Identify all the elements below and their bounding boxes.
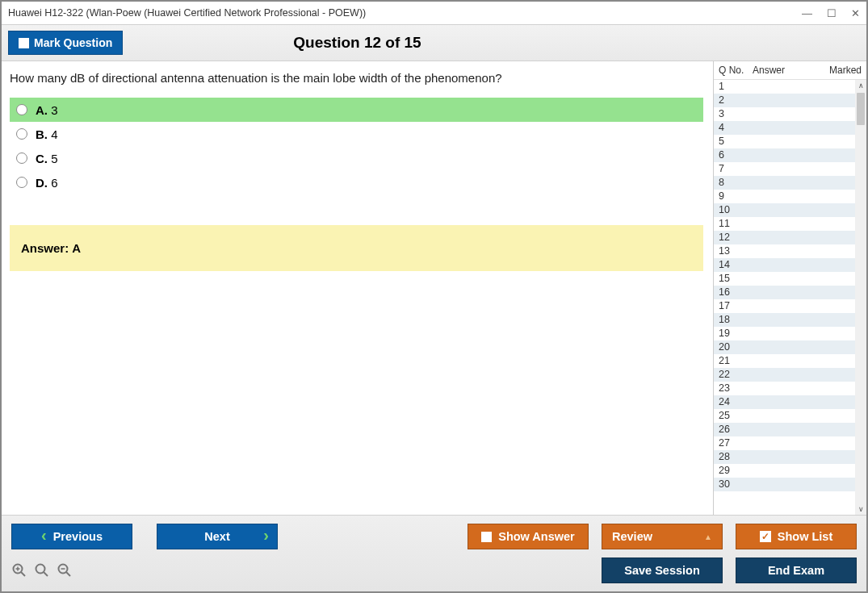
- list-item[interactable]: 1: [714, 80, 855, 94]
- chevron-right-icon: [263, 530, 269, 543]
- show-list-label: Show List: [778, 530, 832, 543]
- zoom-out-icon[interactable]: [57, 562, 73, 578]
- option-letter: A.: [36, 103, 48, 117]
- question-list-panel: Q No. Answer Marked 12345678910111213141…: [713, 61, 866, 515]
- list-item[interactable]: 4: [714, 121, 855, 135]
- list-item[interactable]: 15: [714, 272, 855, 286]
- save-session-button[interactable]: Save Session: [602, 558, 723, 583]
- scrollbar[interactable]: ∧ ∨: [855, 80, 866, 515]
- option-text: 4: [51, 127, 57, 141]
- list-item[interactable]: 2: [714, 94, 855, 107]
- list-item[interactable]: 28: [714, 450, 855, 464]
- option-text: 6: [51, 176, 57, 190]
- svg-point-4: [36, 565, 45, 574]
- list-item[interactable]: 17: [714, 299, 855, 313]
- list-item[interactable]: 5: [714, 135, 855, 148]
- col-marked: Marked: [820, 65, 862, 76]
- list-item[interactable]: 12: [714, 231, 855, 244]
- footer: Previous Next Show Answer Review ▲ ✓ Sho…: [2, 515, 866, 591]
- question-list: 1234567891011121314151617181920212223242…: [714, 80, 855, 515]
- chevron-left-icon: [41, 530, 47, 543]
- list-item[interactable]: 13: [714, 244, 855, 258]
- svg-line-5: [44, 572, 48, 576]
- review-label: Review: [612, 530, 652, 543]
- list-item[interactable]: 22: [714, 368, 855, 382]
- window-title: Huawei H12-322 (Wlan-Poew (Huawei Certif…: [8, 7, 366, 19]
- svg-line-7: [66, 572, 70, 576]
- window-controls: — ☐ ✕: [802, 7, 860, 19]
- list-item[interactable]: 20: [714, 340, 855, 354]
- next-button[interactable]: Next: [157, 524, 278, 549]
- svg-line-1: [21, 572, 25, 576]
- zoom-reset-icon[interactable]: [11, 562, 27, 578]
- list-item[interactable]: 11: [714, 217, 855, 231]
- option-text: 5: [51, 152, 57, 165]
- checkmark-icon: ✓: [760, 531, 771, 542]
- options-list: A. 3B. 4C. 5D. 6: [10, 98, 703, 194]
- answer-value: A: [72, 241, 81, 255]
- maximize-icon[interactable]: ☐: [827, 7, 837, 19]
- list-item[interactable]: 30: [714, 478, 855, 491]
- minimize-icon[interactable]: —: [802, 7, 812, 19]
- list-item[interactable]: 10: [714, 203, 855, 217]
- zoom-controls: [11, 562, 73, 578]
- scroll-thumb[interactable]: [857, 93, 865, 125]
- col-qno: Q No.: [719, 65, 753, 76]
- caret-down-icon: ▲: [704, 532, 712, 541]
- show-answer-label: Show Answer: [498, 530, 575, 543]
- list-item[interactable]: 18: [714, 313, 855, 327]
- list-item[interactable]: 16: [714, 286, 855, 299]
- zoom-in-icon[interactable]: [34, 562, 50, 578]
- question-pane: How many dB of directional antenna atten…: [2, 61, 713, 515]
- answer-box: Answer: A: [10, 225, 703, 271]
- option-letter: C.: [36, 152, 48, 165]
- list-item[interactable]: 7: [714, 162, 855, 176]
- list-item[interactable]: 19: [714, 327, 855, 340]
- close-icon[interactable]: ✕: [851, 7, 860, 19]
- scroll-up-icon[interactable]: ∧: [855, 80, 866, 91]
- content-area: How many dB of directional antenna atten…: [2, 61, 866, 515]
- list-item[interactable]: 26: [714, 423, 855, 436]
- list-item[interactable]: 27: [714, 436, 855, 450]
- radio-icon: [16, 177, 27, 188]
- show-list-button[interactable]: ✓ Show List: [736, 524, 857, 549]
- mark-question-label: Mark Question: [34, 36, 112, 49]
- show-answer-button[interactable]: Show Answer: [468, 524, 589, 549]
- save-session-label: Save Session: [624, 564, 700, 577]
- option-D[interactable]: D. 6: [10, 170, 703, 194]
- list-item[interactable]: 6: [714, 148, 855, 162]
- question-list-header: Q No. Answer Marked: [714, 61, 866, 80]
- header-bar: Mark Question Question 12 of 15: [2, 24, 866, 61]
- list-item[interactable]: 24: [714, 395, 855, 409]
- answer-label: Answer:: [21, 241, 69, 255]
- col-answer: Answer: [753, 65, 820, 76]
- footer-row-1: Previous Next Show Answer Review ▲ ✓ Sho…: [11, 524, 857, 549]
- checkbox-icon: [481, 532, 492, 542]
- previous-button[interactable]: Previous: [11, 524, 132, 549]
- review-button[interactable]: Review ▲: [602, 524, 723, 549]
- option-B[interactable]: B. 4: [10, 122, 703, 146]
- list-item[interactable]: 3: [714, 107, 855, 121]
- radio-icon: [16, 104, 27, 115]
- option-text: 3: [51, 103, 57, 117]
- scroll-down-icon[interactable]: ∨: [855, 503, 866, 515]
- list-item[interactable]: 14: [714, 258, 855, 272]
- option-A[interactable]: A. 3: [10, 98, 703, 122]
- list-item[interactable]: 23: [714, 382, 855, 395]
- end-exam-label: End Exam: [768, 564, 824, 577]
- list-item[interactable]: 9: [714, 190, 855, 203]
- title-bar: Huawei H12-322 (Wlan-Poew (Huawei Certif…: [2, 2, 866, 24]
- option-letter: B.: [36, 127, 48, 141]
- option-C[interactable]: C. 5: [10, 146, 703, 170]
- mark-question-button[interactable]: Mark Question: [8, 31, 123, 55]
- list-item[interactable]: 21: [714, 354, 855, 368]
- list-item[interactable]: 29: [714, 464, 855, 478]
- end-exam-button[interactable]: End Exam: [736, 558, 857, 583]
- footer-row-2: Save Session End Exam: [11, 558, 857, 583]
- next-label: Next: [204, 530, 229, 543]
- question-list-body: 1234567891011121314151617181920212223242…: [714, 80, 866, 515]
- list-item[interactable]: 25: [714, 409, 855, 423]
- app-window: Huawei H12-322 (Wlan-Poew (Huawei Certif…: [0, 0, 868, 593]
- question-text: How many dB of directional antenna atten…: [10, 71, 703, 85]
- list-item[interactable]: 8: [714, 176, 855, 190]
